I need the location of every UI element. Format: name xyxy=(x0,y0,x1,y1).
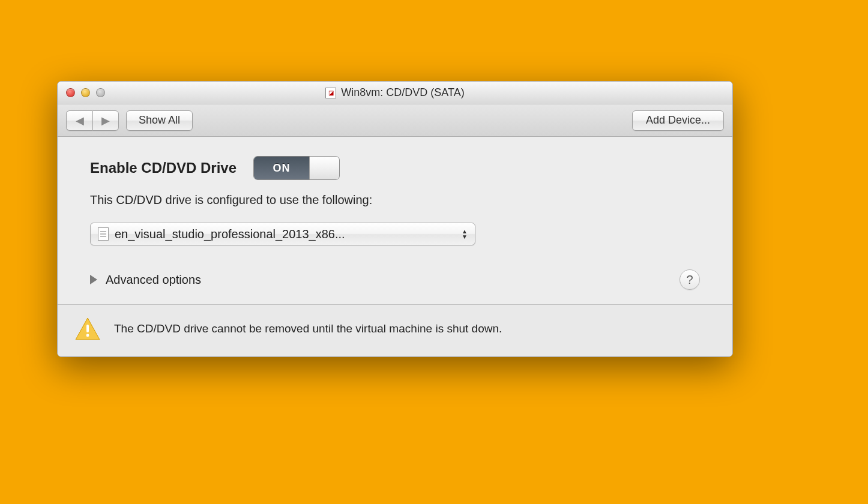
back-button[interactable]: ◀ xyxy=(66,110,92,131)
disclosure-triangle-icon xyxy=(90,275,97,284)
svg-point-1 xyxy=(86,334,89,337)
enable-drive-toggle[interactable]: ON xyxy=(253,156,340,180)
content-area: Enable CD/DVD Drive ON This CD/DVD drive… xyxy=(58,137,732,304)
window-icon: ◪ xyxy=(325,88,336,98)
forward-button[interactable]: ▶ xyxy=(92,110,119,131)
help-button[interactable]: ? xyxy=(680,269,700,290)
enable-drive-heading: Enable CD/DVD Drive xyxy=(90,160,237,176)
show-all-button[interactable]: Show All xyxy=(126,110,193,131)
window-title: Win8vm: CD/DVD (SATA) xyxy=(341,86,464,99)
add-device-button[interactable]: Add Device... xyxy=(632,110,724,131)
toggle-on-label: ON xyxy=(254,157,309,179)
toggle-knob xyxy=(309,157,339,179)
advanced-options-label: Advanced options xyxy=(106,273,201,287)
selected-image-text: en_visual_studio_professional_2013_x86..… xyxy=(115,227,454,241)
nav-buttons: ◀ ▶ xyxy=(66,110,119,131)
show-all-label: Show All xyxy=(139,114,180,127)
close-button[interactable] xyxy=(66,88,75,97)
traffic-lights xyxy=(58,88,105,97)
svg-rect-0 xyxy=(86,325,89,332)
help-icon: ? xyxy=(686,273,693,287)
minimize-button[interactable] xyxy=(81,88,90,97)
toolbar: ◀ ▶ Show All Add Device... xyxy=(58,104,732,137)
updown-arrows-icon: ▲▼ xyxy=(460,229,469,239)
warning-icon xyxy=(74,317,101,341)
chevron-right-icon: ▶ xyxy=(101,114,110,127)
drive-description: This CD/DVD drive is configured to use t… xyxy=(90,193,700,207)
advanced-options-toggle[interactable]: Advanced options xyxy=(90,273,201,287)
chevron-left-icon: ◀ xyxy=(76,114,84,127)
zoom-button[interactable] xyxy=(96,88,105,97)
file-icon xyxy=(98,227,109,241)
image-select[interactable]: en_visual_studio_professional_2013_x86..… xyxy=(90,223,475,245)
add-device-label: Add Device... xyxy=(646,114,710,127)
footer-bar: The CD/DVD drive cannot be removed until… xyxy=(58,304,732,356)
titlebar: ◪ Win8vm: CD/DVD (SATA) xyxy=(58,82,732,104)
warning-text: The CD/DVD drive cannot be removed until… xyxy=(114,322,502,335)
settings-window: ◪ Win8vm: CD/DVD (SATA) ◀ ▶ Show All Add… xyxy=(57,81,733,357)
